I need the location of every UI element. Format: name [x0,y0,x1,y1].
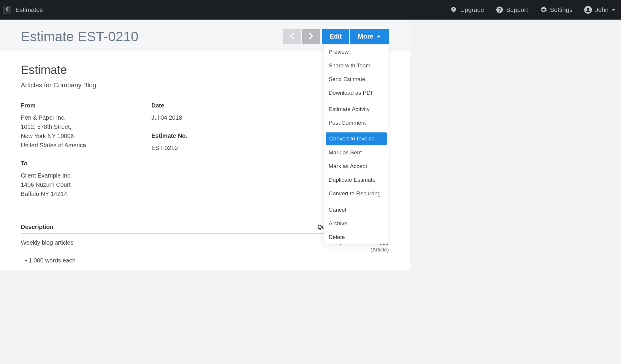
upgrade-link[interactable]: Upgrade [450,6,484,13]
from-line: Pen & Paper Inc. [21,113,128,122]
dd-cancel[interactable]: Cancel [324,203,389,217]
more-button[interactable]: More [350,29,389,44]
support-link[interactable]: ? Support [496,6,528,13]
dd-share[interactable]: Share with Team [324,59,389,72]
dd-preview[interactable]: Preview [324,45,389,59]
question-circle-icon: ? [496,6,503,13]
gear-icon [540,6,547,13]
date-label: Date [151,102,258,109]
pager [283,29,320,44]
page-header: Estimate EST-0210 Edit More Preview Shar… [0,20,410,51]
settings-label: Settings [550,6,573,13]
dd-convert-recurring[interactable]: Convert to Recurring [324,187,389,200]
back-button[interactable] [3,6,11,14]
user-menu[interactable]: John [584,6,616,14]
dd-archive[interactable]: Archive [324,217,389,230]
col-description: Description [21,224,294,230]
dd-separator [324,101,389,101]
more-label: More [358,33,373,40]
to-label: To [21,160,128,167]
chevron-left-icon [6,7,9,13]
from-line: New York NY 10006 [21,132,128,141]
cell-unit: (Article) [341,247,389,253]
estimate-no-label: Estimate No. [151,132,258,139]
dd-activity[interactable]: Estimate Activity [324,102,389,116]
dd-mark-accept[interactable]: Mark as Accept [324,159,389,173]
dd-convert-invoice[interactable]: Convert to Invoice [326,132,387,145]
line-item-detail: • 1,000 words each [21,257,389,264]
date-value: Jul 04 2018 [151,113,258,122]
svg-point-2 [587,8,589,10]
edit-label: Edit [329,33,342,40]
prev-button[interactable] [283,29,301,44]
dd-pdf[interactable]: Download as PDF [324,86,389,100]
svg-text:?: ? [498,7,501,12]
chevron-left-icon [290,33,294,40]
dd-delete[interactable]: Delete [324,230,389,244]
avatar-icon [584,6,592,14]
settings-link[interactable]: Settings [540,6,573,13]
topbar: Estimates Upgrade ? Support Settings Joh… [0,0,621,20]
breadcrumb[interactable]: Estimates [15,6,43,13]
from-line: United States of America [21,141,128,150]
rocket-icon [450,6,457,13]
to-line: 1406 Nuzum Court [21,180,128,189]
to-line: Client Example Inc. [21,171,128,180]
edit-button[interactable]: Edit [322,29,350,44]
estimate-no-value: EST-0210 [151,143,258,153]
dd-mark-sent[interactable]: Mark as Sent [324,146,389,159]
chevron-up-icon [376,33,381,40]
from-label: From [21,102,128,109]
next-button[interactable] [302,29,320,44]
page-title: Estimate EST-0210 [21,29,138,45]
to-line: Buffalo NY 14214 [21,189,128,199]
cell-description: Weekly blog articles [21,239,294,246]
chevron-down-icon [612,6,616,13]
user-name: John [595,6,609,13]
chevron-right-icon [309,33,313,40]
support-label: Support [506,6,528,13]
dd-duplicate[interactable]: Duplicate Estimate [324,173,389,187]
dd-comment[interactable]: Post Comment [324,116,389,130]
upgrade-label: Upgrade [460,6,484,13]
more-dropdown: Preview Share with Team Send Estimate Do… [324,45,389,244]
dd-separator [324,202,389,202]
dd-send[interactable]: Send Estimate [324,72,389,86]
from-line: 1012, 578th Street, [21,122,128,132]
dd-separator [324,131,389,131]
